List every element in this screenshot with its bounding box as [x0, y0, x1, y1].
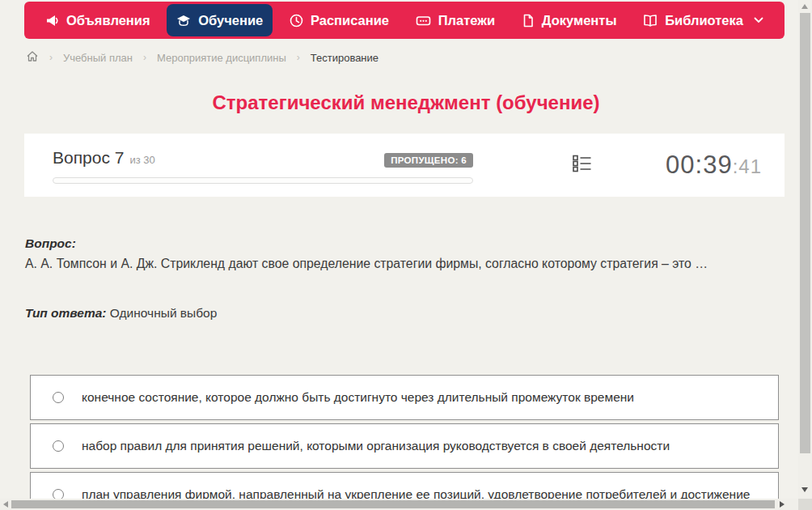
nav-item-announcements[interactable]: Объявления [36, 4, 160, 36]
breadcrumb-item-discipline-event[interactable]: Мероприятие дисциплины [157, 52, 286, 64]
question-label: Вопрос: [25, 236, 76, 251]
megaphone-icon [45, 14, 59, 28]
timer: 00:39:41 [666, 151, 762, 180]
answer-option[interactable]: конечное состояние, которое должно быть … [30, 375, 779, 420]
scroll-up-arrow[interactable] [801, 4, 808, 9]
question-text: А. А. Томпсон и А. Дж. Стрикленд дают св… [25, 257, 781, 271]
option-label: набор правил для принятия решений, котор… [82, 439, 686, 453]
nav-item-label: Библиотека [665, 13, 743, 28]
horizontal-scrollbar-thumb[interactable] [11, 500, 775, 508]
nav-item-payments[interactable]: Платежи [406, 4, 505, 36]
breadcrumb-separator: › [49, 52, 53, 63]
answer-type-value: Одиночный выбор [110, 306, 218, 320]
radio-button[interactable] [53, 392, 64, 403]
question-card: Вопрос 7 из 30 ПРОПУЩЕНО: 6 00:39:41 [24, 134, 785, 197]
graduation-cap-icon [176, 14, 191, 28]
breadcrumb: › Учебный план › Мероприятие дисциплины … [26, 50, 379, 65]
nav-item-label: Документы [542, 13, 617, 28]
nav-item-label: Обучение [198, 13, 263, 28]
scroll-right-arrow[interactable] [780, 501, 785, 508]
nav-item-learning[interactable]: Обучение [167, 4, 273, 36]
library-icon [643, 14, 658, 28]
nav-item-library[interactable]: Библиотека [633, 4, 773, 36]
answer-type-label: Тип ответа: [25, 306, 107, 320]
screen: Объявления Обучение Расписание Платежи Д… [0, 0, 812, 510]
top-navbar: Объявления Обучение Расписание Платежи Д… [24, 2, 785, 39]
nav-item-label: Объявления [66, 13, 150, 28]
nav-item-label: Платежи [438, 13, 495, 28]
nav-item-schedule[interactable]: Расписание [280, 4, 399, 36]
timer-seconds: :41 [733, 155, 762, 177]
question-number: Вопрос 7 [53, 148, 124, 168]
vertical-scrollbar[interactable] [798, 0, 812, 499]
clock-icon [290, 14, 303, 28]
vertical-scrollbar-thumb[interactable] [800, 13, 810, 453]
question-progress-area: Вопрос 7 из 30 ПРОПУЩЕНО: 6 [24, 134, 501, 197]
radio-button[interactable] [53, 440, 64, 452]
breadcrumb-separator: › [297, 52, 300, 63]
answer-type-row: Тип ответа: Одиночный выбор [25, 306, 217, 321]
timer-hours-minutes: 00:39 [666, 151, 733, 179]
breadcrumb-item-curriculum[interactable]: Учебный план [63, 52, 133, 64]
document-icon [522, 14, 535, 28]
breadcrumb-item-testing: Тестирование [311, 52, 379, 64]
scrollbar-corner [798, 499, 812, 510]
scroll-left-arrow[interactable] [3, 501, 8, 508]
option-label: конечное состояние, которое должно быть … [82, 390, 650, 405]
answer-options: конечное состояние, которое должно быть … [30, 375, 779, 510]
home-icon[interactable] [26, 50, 39, 65]
horizontal-scrollbar[interactable] [0, 499, 798, 510]
breadcrumb-separator: › [143, 52, 146, 63]
question-list-icon[interactable] [573, 155, 592, 176]
question-total: из 30 [129, 154, 154, 166]
chevron-down-icon [754, 17, 763, 23]
skipped-badge: ПРОПУЩЕНО: 6 [384, 153, 473, 168]
scroll-down-arrow[interactable] [801, 487, 808, 492]
answer-option[interactable]: набор правил для принятия решений, котор… [30, 423, 779, 469]
page-title: Стратегический менеджмент (обучение) [0, 91, 812, 114]
question-card-right: 00:39:41 [501, 134, 785, 197]
payments-icon [416, 14, 431, 28]
nav-item-documents[interactable]: Документы [512, 4, 627, 36]
progress-bar [53, 177, 473, 184]
nav-item-label: Расписание [311, 13, 389, 28]
